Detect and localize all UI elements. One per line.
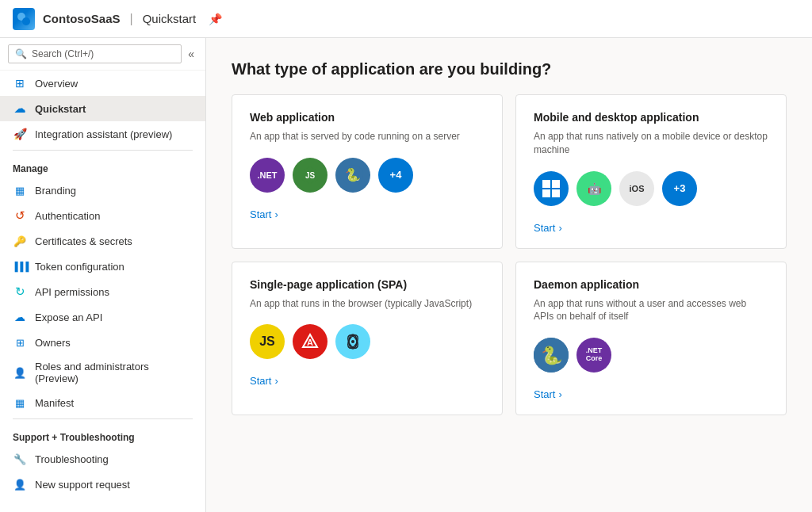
sidebar-item-authentication[interactable]: ↺ Authentication [0, 203, 205, 228]
sidebar-item-label: Branding [35, 185, 76, 197]
branding-icon: ▦ [13, 183, 27, 197]
dotnetcore-icon: .NETCore [576, 338, 611, 373]
sidebar-item-label: Troubleshooting [35, 453, 109, 465]
manifest-icon: ▦ [13, 395, 27, 410]
support-user-icon: 👤 [13, 477, 27, 491]
manage-section-label: Manage [0, 154, 205, 178]
card-tech-icons: .NET JS 🐍 +4 [250, 158, 485, 193]
svg-text:🐍: 🐍 [541, 345, 563, 366]
sidebar-item-certificates[interactable]: 🔑 Certificates & secrets [0, 228, 205, 254]
card-desc: An app that runs in the browser (typical… [250, 297, 485, 311]
svg-text:JS: JS [305, 171, 316, 180]
sidebar-item-owners[interactable]: ⊞ Owners [0, 330, 205, 355]
sidebar-item-label: New support request [35, 479, 130, 491]
more-icons: +3 [662, 171, 697, 206]
spa-card: Single-page application (SPA) An app tha… [232, 262, 503, 416]
card-title: Single-page application (SPA) [250, 278, 485, 291]
daemon-start-button[interactable]: Start › [534, 388, 768, 400]
sidebar-item-label: Manifest [35, 397, 74, 409]
js-icon: JS [250, 324, 285, 359]
search-placeholder: Search (Ctrl+/) [32, 48, 94, 59]
sidebar-item-api-permissions[interactable]: ↻ API permissions [0, 279, 205, 304]
svg-text:A: A [307, 338, 313, 347]
sidebar-item-roles[interactable]: 👤 Roles and administrators (Preview) [0, 355, 205, 390]
sidebar-item-label: API permissions [35, 286, 109, 298]
sidebar-item-branding[interactable]: ▦ Branding [0, 178, 205, 203]
web-app-start-button[interactable]: Start › [250, 208, 485, 220]
sidebar-item-label: Certificates & secrets [35, 235, 132, 247]
start-arrow: › [274, 208, 278, 220]
app-header: ContosoSaaS | Quickstart 📌 [0, 0, 812, 38]
pin-icon[interactable]: 📌 [209, 13, 222, 25]
mobile-desktop-start-button[interactable]: Start › [534, 222, 768, 234]
sidebar-item-token-config[interactable]: ▐▐▐ Token configuration [0, 254, 205, 279]
sidebar-item-integration[interactable]: 🚀 Integration assistant (preview) [0, 121, 205, 147]
card-desc: An app that runs without a user and acce… [534, 297, 768, 324]
sidebar-item-quickstart[interactable]: ☁ Quickstart [0, 96, 205, 121]
card-title: Mobile and desktop application [534, 111, 768, 124]
owners-icon: ⊞ [13, 335, 27, 350]
support-section-label: Support + Troubleshooting [0, 422, 205, 446]
wrench-icon: 🔧 [13, 452, 27, 466]
main-content: What type of application are you buildin… [206, 38, 812, 512]
start-arrow: › [558, 388, 561, 400]
sidebar-item-label: Expose an API [35, 311, 102, 323]
expose-icon: ☁ [13, 310, 27, 324]
sidebar-item-label: Integration assistant (preview) [35, 128, 172, 140]
card-title: Web application [250, 111, 485, 124]
sidebar-item-manifest[interactable]: ▦ Manifest [0, 390, 205, 415]
sidebar-item-label: Token configuration [35, 261, 124, 273]
start-arrow: › [274, 375, 278, 387]
sidebar-divider-1 [13, 150, 193, 151]
react-icon [335, 324, 370, 359]
angular-icon: A [293, 324, 327, 359]
card-title: Daemon application [534, 278, 768, 291]
sidebar-item-new-support[interactable]: 👤 New support request [0, 472, 205, 497]
sidebar: 🔍 Search (Ctrl+/) « ⊞ Overview ☁ Quickst… [0, 38, 206, 512]
api-icon: ↻ [13, 285, 27, 299]
more-icons: +4 [378, 158, 413, 193]
sidebar-item-overview[interactable]: ⊞ Overview [0, 71, 205, 96]
svg-point-19 [351, 340, 354, 343]
sidebar-item-label: Authentication [35, 210, 100, 222]
card-tech-icons: 🤖 iOS +3 [534, 171, 768, 206]
spa-start-button[interactable]: Start › [250, 375, 485, 387]
cloud-icon: ☁ [13, 101, 27, 116]
sidebar-item-troubleshooting[interactable]: 🔧 Troubleshooting [0, 446, 205, 472]
search-row: 🔍 Search (Ctrl+/) « [0, 38, 205, 71]
card-desc: An app that is served by code running on… [250, 130, 485, 143]
card-tech-icons: 🐍 .NETCore [534, 338, 768, 373]
mobile-desktop-card: Mobile and desktop application An app th… [515, 94, 787, 249]
collapse-button[interactable]: « [185, 44, 197, 63]
cert-icon: 🔑 [13, 234, 27, 248]
app-logo [13, 8, 35, 30]
roles-icon: 👤 [13, 365, 27, 380]
rocket-icon: 🚀 [13, 127, 27, 141]
header-subtitle: Quickstart [143, 12, 197, 25]
card-desc: An app that runs natively on a mobile de… [534, 130, 768, 157]
svg-rect-8 [542, 189, 550, 197]
sidebar-divider-2 [13, 418, 193, 419]
app-type-cards: Web application An app that is served by… [232, 94, 787, 415]
grid-icon: ⊞ [13, 76, 27, 90]
svg-rect-6 [542, 180, 550, 188]
daemon-card: Daemon application An app that runs with… [515, 262, 787, 416]
token-icon: ▐▐▐ [13, 259, 27, 273]
sidebar-item-label: Overview [35, 78, 78, 90]
sidebar-item-label: Owners [35, 337, 71, 349]
card-tech-icons: JS A [250, 324, 485, 359]
dotnet-icon: .NET [250, 158, 285, 193]
search-icon: 🔍 [15, 48, 27, 59]
python-icon: 🐍 [335, 158, 370, 193]
start-arrow: › [558, 222, 561, 234]
nodejs-icon: JS [293, 158, 327, 193]
svg-point-1 [22, 17, 30, 25]
sidebar-item-label: Quickstart [35, 103, 86, 115]
sidebar-item-expose-api[interactable]: ☁ Expose an API [0, 304, 205, 330]
header-separator: | [130, 12, 133, 26]
app-name: ContosoSaaS [43, 12, 121, 25]
sidebar-item-label: Roles and administrators (Preview) [35, 361, 193, 384]
page-title: What type of application are you buildin… [232, 60, 787, 78]
search-input[interactable]: 🔍 Search (Ctrl+/) [8, 44, 182, 63]
ios-icon: iOS [619, 171, 654, 206]
